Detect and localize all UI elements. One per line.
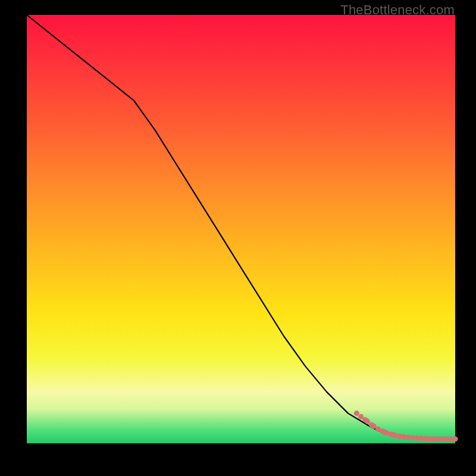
data-point (365, 419, 370, 424)
curve-path (27, 15, 455, 439)
data-point (453, 436, 458, 441)
chart-overlay (27, 15, 455, 443)
curve-series (27, 15, 455, 439)
chart-frame: TheBottleneck.com (0, 0, 476, 476)
points-series (354, 411, 458, 441)
data-point (354, 411, 359, 416)
